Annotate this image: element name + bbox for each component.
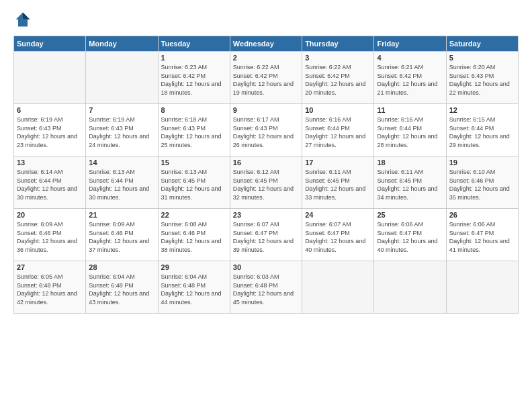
calendar-cell: 20 Sunrise: 6:09 AMSunset: 6:46 PMDaylig… xyxy=(14,209,86,261)
calendar-cell: 18 Sunrise: 6:11 AMSunset: 6:45 PMDaylig… xyxy=(374,156,446,209)
cell-info: Sunrise: 6:14 AMSunset: 6:44 PMDaylight:… xyxy=(17,168,83,201)
header xyxy=(13,10,519,29)
calendar-cell: 27 Sunrise: 6:05 AMSunset: 6:48 PMDaylig… xyxy=(14,261,86,314)
day-number: 15 xyxy=(161,158,227,167)
col-header-monday: Monday xyxy=(86,36,158,52)
col-header-wednesday: Wednesday xyxy=(230,36,302,52)
calendar-cell: 22 Sunrise: 6:08 AMSunset: 6:46 PMDaylig… xyxy=(158,209,230,261)
svg-marker-1 xyxy=(23,13,30,20)
day-number: 20 xyxy=(17,211,83,219)
calendar-cell: 19 Sunrise: 6:10 AMSunset: 6:46 PMDaylig… xyxy=(446,156,518,209)
calendar-cell xyxy=(446,261,518,314)
calendar-cell xyxy=(14,52,86,104)
calendar-cell: 3 Sunrise: 6:22 AMSunset: 6:42 PMDayligh… xyxy=(302,52,374,104)
calendar-cell xyxy=(374,261,446,314)
calendar-cell: 12 Sunrise: 6:15 AMSunset: 6:44 PMDaylig… xyxy=(446,104,518,156)
cell-info: Sunrise: 6:07 AMSunset: 6:47 PMDaylight:… xyxy=(233,220,299,254)
calendar-cell: 13 Sunrise: 6:14 AMSunset: 6:44 PMDaylig… xyxy=(14,156,86,209)
col-header-friday: Friday xyxy=(374,36,446,52)
calendar-cell: 15 Sunrise: 6:13 AMSunset: 6:45 PMDaylig… xyxy=(158,156,230,209)
day-number: 23 xyxy=(233,211,299,219)
calendar-cell: 23 Sunrise: 6:07 AMSunset: 6:47 PMDaylig… xyxy=(230,209,302,261)
calendar-cell xyxy=(302,261,374,314)
day-number: 26 xyxy=(449,211,515,219)
calendar-cell: 25 Sunrise: 6:06 AMSunset: 6:47 PMDaylig… xyxy=(374,209,446,261)
day-number: 12 xyxy=(449,106,515,114)
day-number: 5 xyxy=(449,54,515,62)
day-number: 27 xyxy=(17,263,83,271)
day-number: 10 xyxy=(305,106,371,114)
day-number: 19 xyxy=(449,158,515,167)
day-number: 16 xyxy=(233,158,299,167)
calendar-cell: 4 Sunrise: 6:21 AMSunset: 6:42 PMDayligh… xyxy=(374,52,446,104)
cell-info: Sunrise: 6:20 AMSunset: 6:43 PMDaylight:… xyxy=(449,63,515,97)
cell-info: Sunrise: 6:08 AMSunset: 6:46 PMDaylight:… xyxy=(161,220,227,254)
cell-info: Sunrise: 6:04 AMSunset: 6:48 PMDaylight:… xyxy=(89,273,154,306)
cell-info: Sunrise: 6:10 AMSunset: 6:46 PMDaylight:… xyxy=(449,168,515,201)
week-row-2: 6 Sunrise: 6:19 AMSunset: 6:43 PMDayligh… xyxy=(14,104,519,156)
cell-info: Sunrise: 6:16 AMSunset: 6:44 PMDaylight:… xyxy=(377,116,443,149)
calendar-cell: 1 Sunrise: 6:23 AMSunset: 6:42 PMDayligh… xyxy=(158,52,230,104)
calendar-cell: 11 Sunrise: 6:16 AMSunset: 6:44 PMDaylig… xyxy=(374,104,446,156)
day-number: 3 xyxy=(305,54,371,62)
cell-info: Sunrise: 6:05 AMSunset: 6:48 PMDaylight:… xyxy=(17,273,83,306)
day-number: 9 xyxy=(233,106,299,114)
col-header-thursday: Thursday xyxy=(302,36,374,52)
calendar-cell: 5 Sunrise: 6:20 AMSunset: 6:43 PMDayligh… xyxy=(446,52,518,104)
day-number: 8 xyxy=(161,106,227,114)
calendar-cell: 8 Sunrise: 6:18 AMSunset: 6:43 PMDayligh… xyxy=(158,104,230,156)
cell-info: Sunrise: 6:23 AMSunset: 6:42 PMDaylight:… xyxy=(161,63,227,97)
day-number: 21 xyxy=(89,211,154,219)
header-row: SundayMondayTuesdayWednesdayThursdayFrid… xyxy=(14,36,519,52)
day-number: 1 xyxy=(161,54,227,62)
cell-info: Sunrise: 6:22 AMSunset: 6:42 PMDaylight:… xyxy=(233,63,299,97)
week-row-1: 1 Sunrise: 6:23 AMSunset: 6:42 PMDayligh… xyxy=(14,52,519,104)
logo-icon xyxy=(13,10,32,29)
cell-info: Sunrise: 6:09 AMSunset: 6:46 PMDaylight:… xyxy=(17,220,83,254)
day-number: 7 xyxy=(89,106,154,114)
calendar-cell: 14 Sunrise: 6:13 AMSunset: 6:44 PMDaylig… xyxy=(86,156,158,209)
cell-info: Sunrise: 6:19 AMSunset: 6:43 PMDaylight:… xyxy=(89,116,154,149)
calendar-cell: 10 Sunrise: 6:16 AMSunset: 6:44 PMDaylig… xyxy=(302,104,374,156)
cell-info: Sunrise: 6:18 AMSunset: 6:43 PMDaylight:… xyxy=(161,116,227,149)
cell-info: Sunrise: 6:13 AMSunset: 6:45 PMDaylight:… xyxy=(161,168,227,201)
day-number: 14 xyxy=(89,158,154,167)
week-row-3: 13 Sunrise: 6:14 AMSunset: 6:44 PMDaylig… xyxy=(14,156,519,209)
calendar-cell: 6 Sunrise: 6:19 AMSunset: 6:43 PMDayligh… xyxy=(14,104,86,156)
cell-info: Sunrise: 6:09 AMSunset: 6:46 PMDaylight:… xyxy=(89,220,154,254)
cell-info: Sunrise: 6:13 AMSunset: 6:44 PMDaylight:… xyxy=(89,168,154,201)
logo xyxy=(13,10,35,29)
calendar-cell: 24 Sunrise: 6:07 AMSunset: 6:47 PMDaylig… xyxy=(302,209,374,261)
calendar-cell: 17 Sunrise: 6:11 AMSunset: 6:45 PMDaylig… xyxy=(302,156,374,209)
col-header-saturday: Saturday xyxy=(446,36,518,52)
page: SundayMondayTuesdayWednesdayThursdayFrid… xyxy=(0,0,532,320)
cell-info: Sunrise: 6:19 AMSunset: 6:43 PMDaylight:… xyxy=(17,116,83,149)
calendar-cell: 7 Sunrise: 6:19 AMSunset: 6:43 PMDayligh… xyxy=(86,104,158,156)
cell-info: Sunrise: 6:03 AMSunset: 6:48 PMDaylight:… xyxy=(233,273,299,306)
calendar-cell: 21 Sunrise: 6:09 AMSunset: 6:46 PMDaylig… xyxy=(86,209,158,261)
calendar-cell: 16 Sunrise: 6:12 AMSunset: 6:45 PMDaylig… xyxy=(230,156,302,209)
calendar-cell xyxy=(86,52,158,104)
day-number: 18 xyxy=(377,158,443,167)
cell-info: Sunrise: 6:11 AMSunset: 6:45 PMDaylight:… xyxy=(305,168,371,201)
day-number: 11 xyxy=(377,106,443,114)
col-header-tuesday: Tuesday xyxy=(158,36,230,52)
cell-info: Sunrise: 6:04 AMSunset: 6:48 PMDaylight:… xyxy=(161,273,227,306)
week-row-4: 20 Sunrise: 6:09 AMSunset: 6:46 PMDaylig… xyxy=(14,209,519,261)
calendar-cell: 29 Sunrise: 6:04 AMSunset: 6:48 PMDaylig… xyxy=(158,261,230,314)
day-number: 22 xyxy=(161,211,227,219)
cell-info: Sunrise: 6:12 AMSunset: 6:45 PMDaylight:… xyxy=(233,168,299,201)
cell-info: Sunrise: 6:06 AMSunset: 6:47 PMDaylight:… xyxy=(377,220,443,254)
calendar-cell: 26 Sunrise: 6:06 AMSunset: 6:47 PMDaylig… xyxy=(446,209,518,261)
cell-info: Sunrise: 6:15 AMSunset: 6:44 PMDaylight:… xyxy=(449,116,515,149)
calendar-cell: 9 Sunrise: 6:17 AMSunset: 6:43 PMDayligh… xyxy=(230,104,302,156)
calendar-table: SundayMondayTuesdayWednesdayThursdayFrid… xyxy=(13,36,519,314)
day-number: 13 xyxy=(17,158,83,167)
day-number: 30 xyxy=(233,263,299,271)
cell-info: Sunrise: 6:22 AMSunset: 6:42 PMDaylight:… xyxy=(305,63,371,97)
week-row-5: 27 Sunrise: 6:05 AMSunset: 6:48 PMDaylig… xyxy=(14,261,519,314)
calendar-cell: 2 Sunrise: 6:22 AMSunset: 6:42 PMDayligh… xyxy=(230,52,302,104)
cell-info: Sunrise: 6:21 AMSunset: 6:42 PMDaylight:… xyxy=(377,63,443,97)
cell-info: Sunrise: 6:11 AMSunset: 6:45 PMDaylight:… xyxy=(377,168,443,201)
day-number: 4 xyxy=(377,54,443,62)
